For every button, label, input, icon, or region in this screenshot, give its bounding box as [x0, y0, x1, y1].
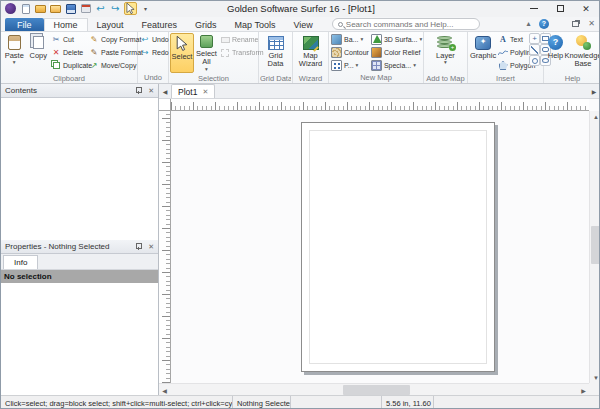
- minimize-button[interactable]: [521, 1, 547, 16]
- group-label-insert: Insert: [469, 73, 542, 83]
- search-input[interactable]: [346, 20, 474, 29]
- tab-grids[interactable]: Grids: [186, 18, 226, 31]
- copy-format-icon: ✎: [89, 36, 99, 44]
- document-tab-label: Plot1: [178, 87, 197, 97]
- paste-icon: [8, 35, 21, 50]
- tab-file[interactable]: File: [5, 18, 44, 31]
- help-button[interactable]: ? Help: [545, 33, 566, 73]
- paste-format-button[interactable]: ✎Paste Format: [88, 46, 136, 59]
- help-icon: ?: [548, 35, 563, 50]
- new-post-map-button[interactable]: P...▾: [330, 59, 370, 72]
- grid-data-button[interactable]: Grid Data: [260, 33, 291, 73]
- tab-scroll-right-button[interactable]: ▶: [588, 84, 600, 98]
- close-button[interactable]: ✕: [573, 1, 599, 16]
- properties-panel-header: Properties - Nothing Selected ✕: [1, 240, 158, 254]
- page-margin-guide: [309, 130, 487, 364]
- close-icon[interactable]: ✕: [148, 87, 154, 95]
- insert-circle-button[interactable]: [529, 55, 540, 66]
- insert-spline-button[interactable]: [529, 44, 540, 55]
- plot-canvas[interactable]: [171, 111, 589, 383]
- chevron-down-icon: ▾: [356, 63, 359, 69]
- contour-map-icon: [331, 47, 342, 58]
- horizontal-scrollbar-thumb[interactable]: [343, 385, 410, 395]
- status-hint: Click=select; drag=block select; shift+c…: [1, 396, 233, 409]
- collapse-ribbon-button[interactable]: ▴: [523, 18, 534, 29]
- new-3d-surface-button[interactable]: 3D Surfa...▾: [370, 33, 423, 46]
- vertical-scrollbar[interactable]: ▲ ▼: [589, 111, 600, 383]
- child-minimize-button[interactable]: [554, 18, 565, 29]
- group-label-new-map: New Map: [330, 72, 422, 83]
- tab-layout[interactable]: Layout: [88, 18, 133, 31]
- select-all-button[interactable]: Select All ▾: [194, 33, 219, 73]
- tab-view[interactable]: View: [284, 18, 321, 31]
- redo-ribbon-button[interactable]: ↪Redo: [139, 46, 168, 59]
- new-contour-map-button[interactable]: Contour: [330, 46, 370, 59]
- help-icon[interactable]: ?: [539, 19, 549, 29]
- maximize-button[interactable]: [547, 1, 573, 16]
- horizontal-scrollbar[interactable]: ◀ ▶: [159, 383, 589, 395]
- cut-icon: ✂: [51, 36, 61, 44]
- copy-format-button[interactable]: ✎Copy Format: [88, 33, 136, 46]
- window-title: Golden Software Surfer 16 - [Plot1]: [1, 3, 600, 14]
- scroll-up-arrow[interactable]: ▲: [590, 111, 600, 122]
- polyline-icon: [498, 49, 508, 57]
- undo-ribbon-button[interactable]: ↩Undo: [139, 33, 168, 46]
- insert-text-button[interactable]: AText: [497, 33, 529, 46]
- ribbon-group-wizard: Map Wizard Wizard: [293, 32, 329, 83]
- rename-button[interactable]: Rename: [219, 33, 257, 46]
- close-tab-icon[interactable]: ✕: [202, 88, 208, 96]
- contents-panel-title: Contents: [5, 86, 37, 95]
- tab-info[interactable]: Info: [3, 255, 38, 269]
- group-label-selection: Selection: [170, 73, 257, 83]
- chevron-down-icon: ▾: [444, 60, 447, 66]
- ribbon: Paste ▾ Copy ✂Cut ✕Delete Duplicate ✎Cop…: [1, 31, 600, 84]
- cursor-icon: [176, 36, 188, 51]
- paste-button[interactable]: Paste ▾: [2, 33, 26, 73]
- tab-features[interactable]: Features: [133, 18, 187, 31]
- delete-button[interactable]: ✕Delete: [50, 46, 88, 59]
- copy-button[interactable]: Copy: [26, 33, 50, 73]
- 3d-surface-icon: [371, 34, 382, 45]
- tab-home[interactable]: Home: [44, 18, 88, 31]
- layer-button[interactable]: Layer ▾: [431, 33, 461, 73]
- plot-page[interactable]: [301, 122, 495, 372]
- cut-button[interactable]: ✂Cut: [50, 33, 88, 46]
- group-label-wizard: Wizard: [294, 73, 327, 83]
- document-tab-plot1[interactable]: Plot1 ✕: [171, 84, 215, 98]
- new-color-relief-button[interactable]: Color Relief: [370, 46, 423, 59]
- scroll-down-arrow[interactable]: ▼: [590, 372, 600, 383]
- knowledge-base-button[interactable]: Knowledge Base: [566, 33, 600, 73]
- graphic-button[interactable]: ✦ Graphic: [469, 33, 497, 73]
- tab-map-tools[interactable]: Map Tools: [226, 18, 285, 31]
- copy-icon: [33, 36, 44, 49]
- no-selection-banner: No selection: [1, 270, 158, 283]
- pin-icon[interactable]: [135, 243, 142, 250]
- post-map-icon: [331, 60, 342, 71]
- child-close-button[interactable]: ✕: [586, 18, 597, 29]
- select-button[interactable]: Select: [170, 33, 194, 73]
- insert-polyline-button[interactable]: Polyline: [497, 46, 529, 59]
- restore-icon: [572, 21, 579, 27]
- application-window: ↩ ↪ ▾ Golden Software Surfer 16 - [Plot1…: [0, 0, 600, 409]
- close-icon[interactable]: ✕: [148, 243, 154, 251]
- transform-button[interactable]: Transform: [219, 46, 257, 59]
- group-label-undo: Undo: [139, 72, 167, 83]
- duplicate-button[interactable]: Duplicate: [50, 59, 88, 72]
- tab-scroll-left-button[interactable]: ◀: [159, 84, 171, 98]
- contents-panel-body[interactable]: [1, 98, 158, 240]
- vertical-scrollbar-thumb[interactable]: [591, 226, 600, 264]
- group-label-clipboard: Clipboard: [2, 73, 136, 83]
- ribbon-group-insert: ✦ Graphic AText Polyline Polygon +: [468, 32, 544, 83]
- new-base-map-button[interactable]: Ba...▾: [330, 33, 370, 46]
- new-special-map-button[interactable]: Specia...▾: [370, 59, 423, 72]
- map-wizard-button[interactable]: Map Wizard: [294, 33, 327, 73]
- color-relief-icon: [371, 47, 382, 58]
- status-bar: Click=select; drag=block select; shift+c…: [1, 395, 600, 409]
- child-restore-button[interactable]: [570, 18, 581, 29]
- chevron-down-icon: ▾: [413, 63, 416, 69]
- command-search-box[interactable]: [332, 18, 480, 30]
- pin-icon[interactable]: [135, 87, 142, 94]
- insert-symbol-button[interactable]: +: [529, 33, 540, 44]
- move-copy-button[interactable]: ↗Move/Copy: [88, 59, 136, 72]
- insert-polygon-button[interactable]: Polygon: [497, 59, 529, 72]
